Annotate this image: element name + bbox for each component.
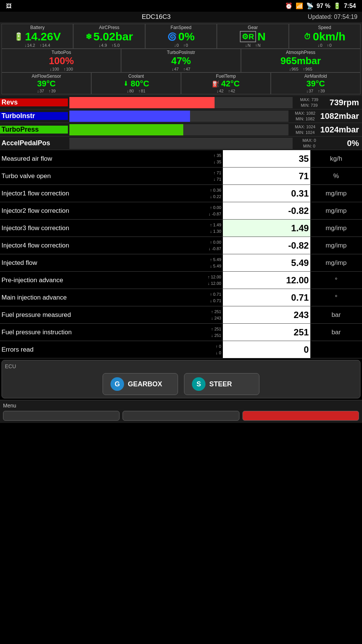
row-unit-8: ° [310, 289, 362, 306]
row-value-9: 243 [223, 306, 310, 324]
row-minmax-7: ↑ 12.00 ↓ 12.00 [183, 272, 222, 289]
photo-icon: 🖼 [6, 3, 12, 9]
gauge2-value-0: 100% [49, 55, 74, 67]
bar-row-turbopress: TurboPress MAX: 1024 MIN: 1024 1024mbar [0, 123, 362, 137]
gauge-label-4: Speed [318, 25, 331, 30]
row-minmax-1: ↑ 71 ↓ 71 [183, 168, 222, 185]
temp-item-fueltemp: FuelTemp ⛽ 42°C 42 42 [181, 72, 271, 94]
arr-down-2: 0 [174, 43, 179, 48]
row-minmax-8: ↑ 0.71 ↓ 0.71 [183, 289, 222, 306]
gauge-value-3: ⚙R N [240, 30, 265, 43]
update-info: Updated: 07:54:19 [308, 14, 357, 20]
row-minmax-6: ↑ 5.49 ↓ 5.49 [183, 254, 222, 272]
row-unit-10: bar [310, 324, 362, 341]
gauge-value-0: 🔋 14.26V [14, 30, 61, 43]
row-minmax-3: ↑ 0.00 ↓ -0.87 [183, 202, 222, 220]
gauge2-arrows-2: 965 965 [289, 67, 312, 71]
gauge-arrows-4: 0 0 [318, 43, 331, 48]
ecu-btn-icon-0: G [110, 377, 124, 391]
arr-down-4: 0 [318, 43, 322, 48]
row-value-7: 12.00 [223, 272, 310, 289]
gauge-value-2: 🌀 0% [167, 30, 195, 43]
table-row: Turbo valve open ↑ 71 ↓ 71 71 % [0, 168, 362, 185]
temp-item-airflowsensor: AirFlowSensor 39°C 37 39 [2, 72, 91, 94]
menu-btn-2[interactable] [242, 411, 359, 421]
bar-minmax-3: MAX: 0 MIN: 0 [294, 138, 324, 149]
gauge2-value-1: 47% [171, 55, 191, 67]
ecu-label: ECU [5, 363, 357, 369]
bar-label-0: Revs [0, 98, 68, 106]
table-row: Injector2 flow correction ↑ 0.00 ↓ -0.87… [0, 202, 362, 220]
menu-btn-0[interactable] [3, 411, 120, 421]
table-row: Injected flow ↑ 5.49 ↓ 5.49 5.49 mg/imp [0, 254, 362, 272]
menu-btn-1[interactable] [123, 411, 239, 421]
temp-value-0: 39°C [37, 79, 55, 89]
row-value-11: 0 [223, 341, 310, 358]
row-unit-1: % [310, 168, 362, 185]
bars-section: Revs MAX: 739 MIN: 739 739rpm TurboInstr… [0, 96, 362, 150]
gauge2-item-turbopos: TurboPos 100% 100 100 [2, 49, 121, 72]
gauge2-value-2: 965mbar [281, 55, 321, 67]
temp-value-1: 🌡 80°C [123, 79, 149, 89]
bar-label-3: AccelPedalPos [0, 139, 68, 147]
row-name-0: Measured air flow [0, 150, 183, 168]
temp-item-coolant: Coolant 🌡 80°C 80 81 [91, 72, 181, 94]
ecu-btn-label-1: STEER [209, 380, 232, 388]
gauge-item-gear: Gear ⚙R N N N [217, 24, 288, 49]
table-row: Measured air flow ↑ 35 ↓ 35 35 kg/h [0, 150, 362, 168]
row-name-9: Fuel pressure measured [0, 306, 183, 324]
bar-container-3 [69, 138, 293, 149]
header: EDC16C3 Updated: 07:54:19 [0, 12, 362, 22]
bar-container-1 [69, 111, 288, 122]
bar-label-2: TurboPress [0, 126, 68, 134]
row-minmax-2: ↑ 0.36 ↓ 0.22 [183, 185, 222, 202]
ecu-btn-steer[interactable]: S STEER [184, 373, 259, 395]
arr-down-1: 4.9 [99, 43, 107, 48]
row-value-3: -0.82 [223, 202, 310, 220]
gauge-arrows-0: 14.2 14.4 [25, 43, 50, 48]
table-row: Pre-injection advance ↑ 12.00 ↓ 12.00 12… [0, 272, 362, 289]
ecu-buttons: G GEARBOX S STEER [5, 373, 357, 395]
row-unit-3: mg/imp [310, 202, 362, 220]
ecu-btn-label-0: GEARBOX [128, 380, 162, 388]
update-time: 07:54:19 [334, 14, 357, 20]
table-row: Injector1 flow correction ↑ 0.36 ↓ 0.22 … [0, 185, 362, 202]
gauge-arrows-1: 4.9 5.0 [99, 43, 120, 48]
alarm-icon: ⏰ [285, 2, 293, 9]
row-minmax-11: ↑ 0 ↓ 0 [183, 341, 222, 358]
row-value-6: 5.49 [223, 254, 310, 272]
menu-buttons[interactable] [3, 411, 359, 421]
wifi-icon: 📶 [296, 2, 303, 9]
gauge-label-1: AirCPress [99, 25, 120, 30]
row-value-8: 0.71 [223, 289, 310, 306]
row-name-8: Main injection advance [0, 289, 183, 306]
battery-icon: 🔋 [333, 2, 341, 9]
bar-value-2: 1024mbar [320, 125, 362, 135]
row-minmax-10: ↑ 251 ↓ 251 [183, 324, 222, 341]
menu-section: Menu [0, 400, 362, 423]
arr-down-0: 14.2 [25, 43, 35, 48]
bar-value-0: 739rpm [324, 98, 362, 108]
bar-value-3: 0% [324, 138, 362, 148]
bar-minmax-0: MAX: 739 MIN: 739 [294, 97, 324, 108]
row-unit-11 [310, 341, 362, 358]
temp-label-2: FuelTemp [216, 74, 236, 79]
row-value-1: 71 [223, 168, 310, 185]
bar-container-0 [69, 97, 293, 108]
table-row: Injector3 flow correction ↑ 1.49 ↓ 1.30 … [0, 220, 362, 237]
row-unit-6: mg/imp [310, 254, 362, 272]
ecu-btn-gearbox[interactable]: G GEARBOX [103, 373, 178, 395]
menu-label: Menu [3, 403, 16, 409]
gauge-item-fanspeed: FanSpeed 🌀 0% 0 0 [145, 24, 217, 49]
temp-arrows-0: 37 39 [37, 89, 56, 93]
bar-minmax-2: MAX: 1024 MIN: 1024 [290, 124, 320, 135]
bar-container-2 [69, 124, 288, 135]
row-unit-5: mg/imp [310, 237, 362, 254]
temp-value-2: ⛽ 42°C [212, 79, 239, 89]
gauge-row-3: AirFlowSensor 39°C 37 39 Coolant 🌡 80°C … [2, 72, 360, 94]
gauge2-item-atmosphpress: AtmosphPress 965mbar 965 965 [241, 49, 360, 72]
row-unit-7: ° [310, 272, 362, 289]
row-name-3: Injector2 flow correction [0, 202, 183, 220]
gauge-item-aircpress: AirCPress ❄ 5.02bar 4.9 5.0 [73, 24, 145, 49]
arr-up-2: 0 [183, 43, 188, 48]
